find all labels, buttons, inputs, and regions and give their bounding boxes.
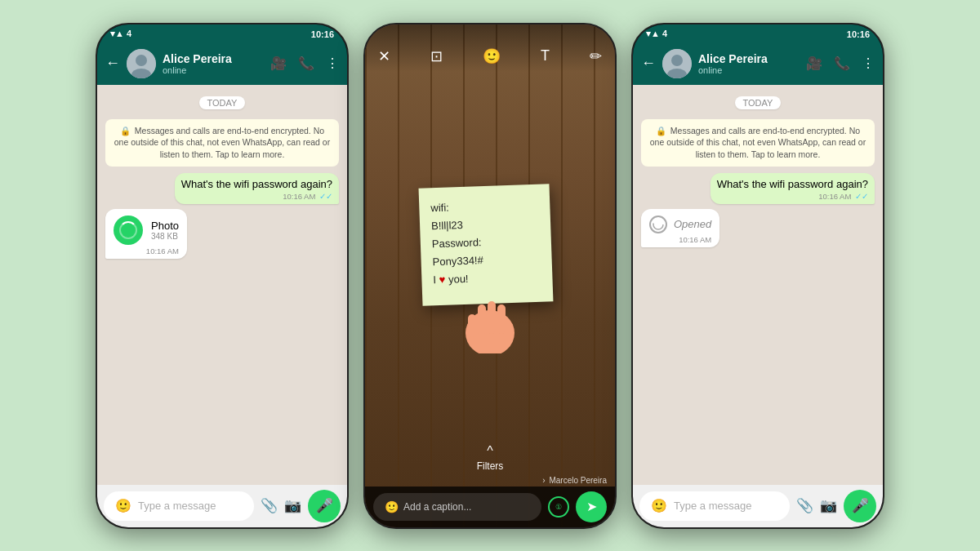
mic-icon-1: 🎤 [316,497,333,514]
sticky-line-5: I ♥ you! [433,268,541,290]
send-icon-cam: ➤ [586,499,597,514]
view-once-timer[interactable]: ① [548,496,569,518]
chat-input-3: 🙂 Type a message 📎 📷 🎤 [633,485,883,527]
chat-body-1: TODAY 🔒 Messages and calls are end-to-en… [97,85,347,485]
msg-text-1: What's the wifi password again? [181,178,332,190]
date-badge-3: TODAY [735,96,782,109]
close-icon-cam[interactable]: ✕ [378,47,390,65]
msg-out-wifi-3: What's the wifi password again? 10:16 AM… [710,173,875,204]
opened-text-3: Opened [674,218,711,230]
photo-size-1: 348 KB [151,232,179,241]
msg-time-opened-3: 10:16 AM [649,235,711,244]
contact-name-3: Alice Pereira [698,52,800,65]
encryption-text-3: Messages and calls are end-to-end encryp… [650,126,866,159]
mic-button-3[interactable]: 🎤 [844,490,876,522]
back-button-1[interactable]: ← [105,55,120,72]
more-options-icon-1[interactable]: ⋮ [326,56,339,71]
msg-time-out-1: 10:16 AM ✓✓ [181,192,332,201]
filters-text: Filters [477,460,504,472]
hand-svg [453,296,527,353]
filters-caret: ^ [487,444,493,459]
more-options-icon-3[interactable]: ⋮ [862,56,875,71]
photo-label-1: Photo [151,220,179,232]
spinner-opened-icon [653,219,664,230]
msg-time-out-3: 10:16 AM ✓✓ [717,192,868,201]
encryption-notice-1[interactable]: 🔒 Messages and calls are end-to-end encr… [105,119,339,167]
svg-point-1 [136,55,147,66]
lock-icon-3: 🔒 [656,126,666,136]
hand-holding-note [453,296,527,357]
msg-in-photo-1[interactable]: Photo 348 KB 10:16 AM [105,209,187,259]
svg-rect-4 [478,304,486,335]
sender-label: › Marcelo Pereira [542,476,607,485]
contact-name-1: Alice Pereira [163,52,264,65]
sticky-note-container: wifi: B!ll|l23 Password: Pony334!# I ♥ y… [429,219,551,356]
lock-icon-1: 🔒 [120,126,131,136]
camera-icon-3[interactable]: 📷 [820,497,837,514]
heart-icon: ♥ [439,273,445,286]
timer-icon: ① [555,503,562,511]
emoji-icon-caption[interactable]: 🙂 [385,500,399,513]
contact-info-3: Alice Pereira online [698,52,800,75]
sticky-text: wifi: B!ll|l23 Password: Pony334!# I ♥ y… [430,196,541,290]
wa-header-3: ← Alice Pereira online 🎥 📞 ⋮ [633,42,883,85]
encryption-notice-3[interactable]: 🔒 Messages and calls are end-to-end encr… [641,119,875,167]
spinner-1 [119,221,137,239]
emoji-icon-input-3[interactable]: 🙂 [651,498,667,513]
text-icon-cam[interactable]: T [541,47,550,64]
mic-icon-3: 🎤 [852,497,869,514]
svg-rect-6 [497,304,506,334]
back-button-3[interactable]: ← [641,55,656,72]
emoji-icon-cam[interactable]: 🙂 [483,47,501,65]
photo-details-1: Photo 348 KB [151,220,179,241]
encryption-text-1: Messages and calls are end-to-end encryp… [114,126,330,159]
emoji-icon-input-1[interactable]: 🙂 [115,498,131,513]
msg-ticks-1: ✓✓ [319,192,332,201]
video-call-icon-1[interactable]: 🎥 [270,56,287,71]
send-button-cam[interactable]: ➤ [576,491,607,522]
camera-view: ✕ ⊡ 🙂 T ✏ wifi: B!ll|l23 Password: Pony3… [365,24,615,527]
status-time-1: 10:16 [311,29,334,39]
msg-ticks-3: ✓✓ [855,192,868,201]
contact-status-3: online [698,65,800,75]
header-icons-1: 🎥 📞 ⋮ [270,56,339,71]
avatar-1 [127,49,156,78]
video-call-icon-3[interactable]: 🎥 [806,56,822,71]
crop-icon-cam[interactable]: ⊡ [430,47,443,65]
caption-placeholder: Add a caption... [403,501,471,513]
svg-rect-5 [488,301,496,334]
attach-icon-1[interactable]: 📎 [261,497,278,514]
mic-button-1[interactable]: 🎤 [308,490,341,522]
caption-input[interactable]: 🙂 Add a caption... [373,493,541,521]
opened-icon-3 [649,216,667,233]
phone-1: ▾▲ 4 10:16 ← Alice Pereira online 🎥 📞 ⋮ … [96,23,349,529]
signal-icons-3: ▾▲ 4 [646,29,667,39]
sticky-note: wifi: B!ll|l23 Password: Pony334!# I ♥ y… [419,184,554,307]
chat-body-3: TODAY 🔒 Messages and calls are end-to-en… [633,85,883,485]
camera-icon-1[interactable]: 📷 [284,497,301,514]
phone-call-icon-3[interactable]: 📞 [834,56,850,71]
svg-point-9 [671,55,683,66]
msg-out-wifi-1: What's the wifi password again? 10:16 AM… [175,173,339,204]
chat-input-1: 🙂 Type a message 📎 📷 🎤 [97,485,347,527]
message-input-3[interactable]: 🙂 Type a message [639,491,790,521]
opened-message-3: Opened [649,216,711,233]
avatar-3 [662,49,692,78]
message-input-1[interactable]: 🙂 Type a message [104,491,254,521]
attach-icon-3[interactable]: 📎 [796,497,813,514]
svg-point-11 [653,220,663,229]
header-icons-3: 🎥 📞 ⋮ [806,56,875,71]
msg-time-photo-1: 10:16 AM [114,247,179,256]
msg-text-3: What's the wifi password again? [717,178,868,190]
contact-info-1: Alice Pereira online [163,52,264,75]
phone-call-icon-1[interactable]: 📞 [298,56,314,71]
photo-message-1: Photo 348 KB [114,216,179,245]
input-placeholder-1: Type a message [138,500,216,512]
filters-label[interactable]: ^ Filters [477,444,504,472]
status-time-3: 10:16 [847,29,870,39]
date-badge-1: TODAY [199,96,246,109]
caption-bar: 🙂 Add a caption... ① ➤ [365,487,615,527]
svg-rect-7 [468,314,476,337]
draw-icon-cam[interactable]: ✏ [590,47,602,65]
phone-3: ▾▲ 4 10:16 ← Alice Pereira online 🎥 📞 ⋮ … [631,23,884,529]
